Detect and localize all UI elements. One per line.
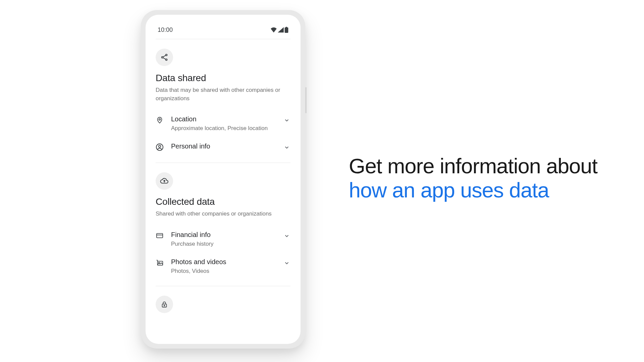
phone-side-button: [305, 87, 307, 113]
credit-card-icon: [156, 232, 164, 240]
person-icon: [156, 143, 164, 151]
section-subtitle-shared: Data that may be shared with other compa…: [156, 86, 283, 103]
share-icon: [156, 49, 173, 66]
phone-mockup: 10:00 Data shared: [141, 10, 305, 349]
row-location-title: Location: [171, 115, 276, 123]
lock-icon: [156, 296, 173, 313]
cloud-upload-icon: [156, 172, 173, 190]
status-icons: [270, 27, 288, 33]
row-financial-title: Financial info: [171, 231, 276, 239]
svg-point-1: [162, 57, 163, 58]
svg-point-7: [159, 145, 161, 147]
headline: Get more information about how an app us…: [349, 154, 597, 202]
svg-point-13: [164, 305, 165, 306]
row-location-detail: Approximate location, Precise location: [171, 125, 276, 132]
status-time: 10:00: [158, 26, 173, 34]
chevron-down-icon: [283, 117, 290, 124]
svg-point-5: [159, 119, 161, 120]
media-icon: [156, 259, 164, 267]
section-title-collected: Collected data: [156, 196, 290, 207]
row-financial-detail: Purchase history: [171, 241, 276, 247]
location-icon: [156, 116, 164, 124]
cellular-icon: [278, 27, 284, 33]
row-personal-title: Personal info: [171, 142, 276, 150]
svg-line-3: [163, 55, 166, 57]
svg-point-2: [166, 59, 167, 61]
svg-point-0: [166, 54, 167, 56]
row-personal-info[interactable]: Personal info: [156, 137, 290, 157]
headline-line1: Get more information about: [349, 154, 597, 178]
chevron-down-icon: [283, 232, 290, 240]
section-collected-data: Collected data Shared with other compani…: [156, 163, 290, 286]
row-location[interactable]: Location Approximate location, Precise l…: [156, 110, 290, 137]
phone-screen: 10:00 Data shared: [146, 15, 301, 344]
section-subtitle-collected: Shared with other companies or organizat…: [156, 210, 283, 218]
status-bar: 10:00: [156, 22, 290, 38]
section-divider: [156, 286, 290, 286]
chevron-down-icon: [283, 144, 290, 151]
battery-icon: [284, 27, 288, 33]
svg-line-4: [163, 58, 166, 59]
row-photos-videos[interactable]: Photos and videos Photos, Videos: [156, 253, 290, 280]
headline-line2: how an app uses data: [349, 178, 549, 202]
section-data-shared: Data shared Data that may be shared with…: [156, 39, 290, 163]
row-media-title: Photos and videos: [171, 258, 276, 266]
row-financial-info[interactable]: Financial info Purchase history: [156, 226, 290, 253]
section-title-shared: Data shared: [156, 73, 290, 83]
svg-rect-8: [157, 234, 163, 238]
wifi-icon: [270, 27, 277, 33]
chevron-down-icon: [283, 259, 290, 267]
row-media-detail: Photos, Videos: [171, 268, 276, 275]
